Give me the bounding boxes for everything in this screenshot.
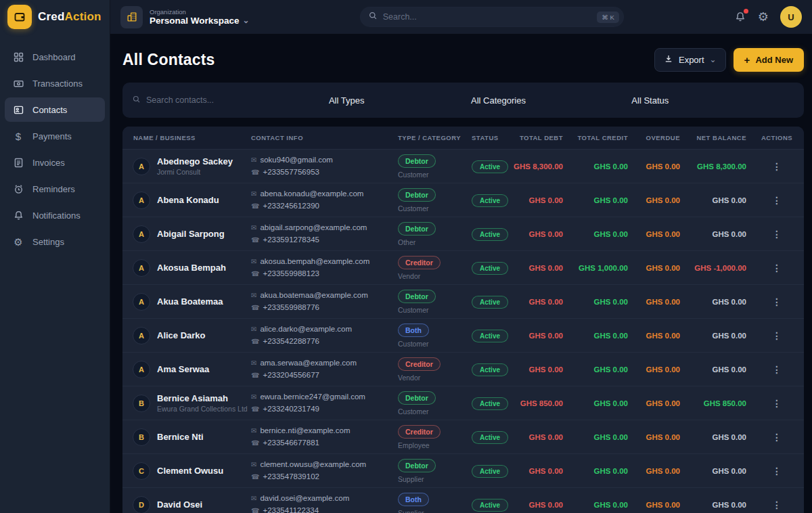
contact-name: Akua Boatemaa [157,296,223,307]
total-debt: GHS 8,300.00 [504,162,566,171]
user-avatar[interactable]: U [780,6,802,28]
contact-name: Ama Serwaa [157,364,209,374]
phone-icon: ☎ [251,439,259,447]
sidebar-item-label: Settings [32,237,64,247]
net-balance: GHS 0.00 [683,298,750,306]
table-row[interactable]: B Bernice Nti ✉bernice.nti@example.com ☎… [122,420,804,453]
column-header: ACTIONS [750,134,804,141]
sidebar-item-label: Invoices [32,158,65,168]
table-row[interactable]: A Abigail Sarpong ✉abigail.sarpong@examp… [122,217,804,250]
search-icon [368,11,378,23]
overdue: GHS 0.00 [631,467,683,475]
table-row[interactable]: A Abena Konadu ✉abena.konadu@example.com… [122,183,804,217]
total-credit: GHS 0.00 [566,230,631,238]
contact-phone: ☎+233557756953 [251,166,390,179]
row-actions-button[interactable]: ⋮ [750,330,804,341]
sidebar-item-label: Contacts [32,105,67,115]
row-actions-button[interactable]: ⋮ [750,229,804,240]
status-filter[interactable]: All Status [574,95,726,106]
row-actions-button[interactable]: ⋮ [750,195,804,206]
phone-icon: ☎ [251,270,259,277]
sidebar-item-settings[interactable]: ⚙ Settings [5,229,105,254]
type-filter[interactable]: All Types [271,95,422,106]
contact-phone: ☎+233204556677 [251,370,390,382]
contact-phone: ☎+233245612390 [251,200,390,213]
table-row[interactable]: A Ama Serwaa ✉ama.serwaa@example.com ☎+2… [122,352,804,386]
sidebar-item-contacts[interactable]: Contacts [5,97,105,122]
net-balance: GHS 8,300.00 [683,162,750,171]
sidebar-item-notifications[interactable]: Notifications [5,203,105,227]
add-new-button[interactable]: + Add New [734,48,804,72]
row-actions-button[interactable]: ⋮ [750,398,804,409]
total-credit: GHS 1,000.00 [566,264,631,272]
phone-icon: ☎ [251,236,259,244]
contact-business: Ewura Grand Collections Ltd [157,405,248,413]
email-icon: ✉ [251,461,256,468]
type-badge: Debtor [398,459,436,472]
contact-name: Akosua Bempah [157,263,226,273]
table-row[interactable]: B Bernice Asiamah Ewura Grand Collection… [122,386,804,420]
contact-business: Jormi Consult [157,168,233,176]
topbar: Organization Personal Workspace⌄ ⌘ K ⚙ U [110,0,812,34]
sidebar-item-label: Notifications [32,210,81,221]
phone-icon: ☎ [251,338,259,345]
status-badge: Active [472,160,508,173]
table-row[interactable]: A Akosua Bempah ✉akosua.bempah@example.c… [122,250,804,284]
contact-avatar: D [133,496,150,513]
contact-phone: ☎+233559988123 [251,268,390,280]
contact-name: Clement Owusu [157,466,223,476]
sidebar-item-transactions[interactable]: Transactions [5,71,105,95]
export-button[interactable]: Export ⌄ [654,48,726,72]
sidebar-item-label: Payments [32,131,72,141]
notifications-button[interactable] [734,11,746,23]
contacts-icon [12,104,24,116]
phone-icon: ☎ [251,372,259,379]
net-balance: GHS 0.00 [683,196,750,204]
row-actions-button[interactable]: ⋮ [750,466,804,476]
row-actions-button[interactable]: ⋮ [750,499,804,510]
sidebar-item-reminders[interactable]: Reminders [5,177,105,201]
table-row[interactable]: A Akua Boatemaa ✉akua.boatemaa@example.c… [122,284,804,318]
type-badge: Creditor [398,357,441,371]
contact-phone: ☎+233542288776 [251,336,390,348]
settings-button[interactable]: ⚙ [758,11,769,23]
sidebar: CredAction Dashboard Transactions Contac… [0,0,110,513]
total-debt: GHS 850.00 [504,399,566,407]
invoices-icon [12,156,24,169]
overdue: GHS 0.00 [631,230,683,238]
phone-icon: ☎ [251,202,259,210]
table-row[interactable]: A Abednego Sackey Jormi Consult ✉soku940… [122,149,804,183]
organization-label: Organization [150,8,250,16]
category-filter[interactable]: All Categories [422,95,574,106]
notification-dot [744,9,748,14]
table-header: NAME / BUSINESS CONTACT INFO TYPE / CATE… [122,127,804,149]
row-actions-button[interactable]: ⋮ [750,432,804,443]
sidebar-item-dashboard[interactable]: Dashboard [5,45,105,69]
search-icon [132,94,141,106]
net-balance: GHS 0.00 [683,365,750,374]
total-debt: GHS 0.00 [504,433,566,441]
table-row[interactable]: D David Osei ✉david.osei@example.com ☎+2… [122,487,804,513]
column-header: STATUS [461,134,504,141]
global-search-input[interactable] [383,12,592,22]
filter-bar: All Types All Categories All Status [122,83,804,118]
contact-name: Bernice Asiamah [157,393,248,403]
organization-selector[interactable]: Organization Personal Workspace⌄ [120,6,250,28]
download-icon [664,54,673,66]
row-actions-button[interactable]: ⋮ [750,296,804,307]
row-actions-button[interactable]: ⋮ [750,263,804,273]
row-actions-button[interactable]: ⋮ [750,161,804,172]
sidebar-item-payments[interactable]: $ Payments [5,124,105,148]
payments-icon: $ [12,130,24,142]
table-row[interactable]: C Clement Owusu ✉clement.owusu@example.c… [122,453,804,487]
email-icon: ✉ [251,427,256,434]
row-actions-button[interactable]: ⋮ [750,364,804,375]
table-row[interactable]: A Alice Darko ✉alice.darko@example.com ☎… [122,318,804,352]
sidebar-nav: Dashboard Transactions Contacts $ Paymen… [0,34,110,265]
contacts-search-input[interactable] [146,95,248,105]
category-label: Customer [398,340,461,348]
organization-name: Personal Workspace [150,16,240,26]
sidebar-item-invoices[interactable]: Invoices [5,150,105,175]
net-balance: GHS 850.00 [683,399,750,407]
total-credit: GHS 0.00 [566,433,631,441]
